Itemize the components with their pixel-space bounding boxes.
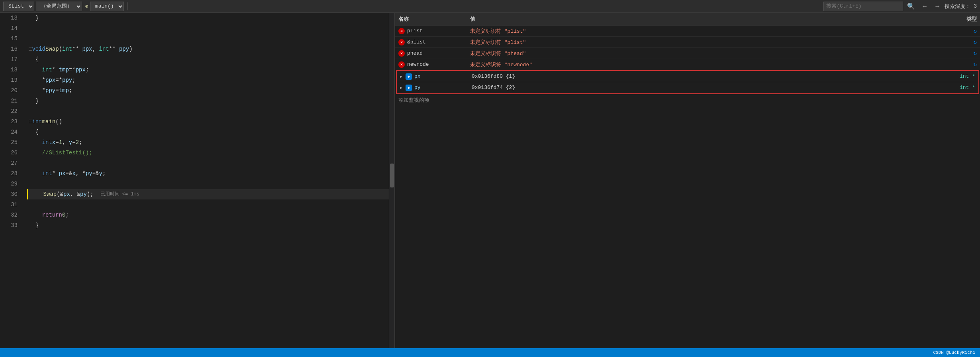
code-panel: 1314151617181920212223242526272829303132… xyxy=(0,13,394,348)
refresh-icon[interactable]: ↻ xyxy=(974,28,977,34)
watch-name-cell: ▶◆px xyxy=(400,73,472,80)
line-number: 33 xyxy=(0,220,18,231)
watch-name-text: plist xyxy=(407,28,423,34)
nav-forward-button[interactable]: → xyxy=(932,2,943,11)
function-icon: ⊕ xyxy=(85,3,88,10)
watch-name-cell: ✕&plist xyxy=(398,39,470,45)
watch-row[interactable]: ✕newnode未定义标识符 "newnode"↻ xyxy=(395,59,980,70)
line-number: 22 xyxy=(0,106,18,116)
code-line: int x = 1, y = 2; xyxy=(27,137,389,148)
watch-name-cell: ✕plist xyxy=(398,28,470,34)
error-icon: ✕ xyxy=(398,61,405,68)
watch-row[interactable]: ✕&plist未定义标识符 "plist"↻ xyxy=(395,37,980,48)
code-line: int* px = &x, *py = &y; xyxy=(27,168,389,179)
add-watch-row[interactable]: 添加监视的项 xyxy=(395,94,980,106)
line-number: 30 xyxy=(0,189,18,199)
line-number: 19 xyxy=(0,75,18,85)
pointer-icon: ◆ xyxy=(406,73,412,80)
code-line xyxy=(27,158,389,168)
watch-highlight-group: ▶◆px0x0136fd80 {1}int *▶◆py0x0136fd74 {2… xyxy=(396,70,979,94)
watch-panel: 名称 值 类型 ✕plist未定义标识符 "plist"↻✕&plist未定义标… xyxy=(394,13,980,348)
watch-rows: ✕plist未定义标识符 "plist"↻✕&plist未定义标识符 "plis… xyxy=(395,26,980,348)
line-numbers: 1314151617181920212223242526272829303132… xyxy=(0,13,21,348)
watch-row[interactable]: ✕plist未定义标识符 "plist"↻ xyxy=(395,26,980,37)
line-number: 29 xyxy=(0,179,18,189)
refresh-icon[interactable]: ↻ xyxy=(974,61,977,68)
line-number: 24 xyxy=(0,127,18,137)
watch-header: 名称 值 类型 xyxy=(395,13,980,26)
watch-name-cell: ▶◆py xyxy=(400,85,472,91)
watch-value-cell: 未定义标识符 "plist" xyxy=(470,28,940,35)
watch-value-cell: 0x0136fd80 {1} xyxy=(472,73,943,79)
line-number: 27 xyxy=(0,158,18,168)
line-number: 25 xyxy=(0,137,18,148)
watch-name-cell: ✕newnode xyxy=(398,61,470,68)
watch-row[interactable]: ▶◆py0x0136fd74 {2}int * xyxy=(397,82,978,93)
bottom-bar-text: CSDN @LuckyRich1 xyxy=(933,350,975,355)
watch-col-name-header: 名称 xyxy=(398,16,470,23)
main-content: 1314151617181920212223242526272829303132… xyxy=(0,13,980,348)
search-box[interactable] xyxy=(823,2,903,11)
watch-name-text: phead xyxy=(407,50,423,56)
watch-name-text: py xyxy=(414,85,421,91)
line-number: 16 xyxy=(0,44,18,54)
code-line: } xyxy=(27,13,389,23)
watch-value-cell: 0x0136fd74 {2} xyxy=(472,85,943,91)
line-number: 17 xyxy=(0,54,18,65)
watch-name-text: &plist xyxy=(407,39,426,45)
scope-dropdown-2[interactable]: （全局范围） xyxy=(36,2,82,11)
watch-name-cell: ✕phead xyxy=(398,50,470,57)
code-area: 1314151617181920212223242526272829303132… xyxy=(0,13,394,348)
divider-1 xyxy=(127,2,127,10)
error-icon: ✕ xyxy=(398,39,405,45)
scrollbar[interactable] xyxy=(389,13,394,348)
code-line: { xyxy=(27,127,389,137)
nav-back-button[interactable]: ← xyxy=(919,2,930,11)
code-line xyxy=(27,179,389,189)
line-number: 14 xyxy=(0,23,18,34)
watch-value-cell: 未定义标识符 "phead" xyxy=(470,50,940,57)
search-input[interactable] xyxy=(826,3,890,9)
watch-value-cell: 未定义标识符 "newnode" xyxy=(470,61,940,68)
scope-dropdown-1[interactable]: SList xyxy=(3,2,34,11)
watch-col-type-header: 类型 xyxy=(945,16,977,23)
fold-gutter xyxy=(21,13,27,348)
scope-dropdown-3[interactable]: main() xyxy=(90,2,124,11)
code-line: } xyxy=(27,220,389,231)
line-number: 26 xyxy=(0,148,18,158)
code-line: □void Swap(int** ppx, int** ppy) xyxy=(27,44,389,54)
code-line: *ppx = *ppy; xyxy=(27,75,389,85)
pointer-icon: ◆ xyxy=(406,85,412,91)
line-number: 18 xyxy=(0,65,18,75)
line-number: 23 xyxy=(0,116,18,127)
refresh-icon[interactable]: ↻ xyxy=(974,50,977,57)
code-line xyxy=(27,23,389,34)
watch-name-text: px xyxy=(414,73,421,79)
refresh-icon[interactable]: ↻ xyxy=(974,39,977,45)
watch-value-cell: 未定义标识符 "plist" xyxy=(470,39,940,46)
watch-row[interactable]: ▶◆px0x0136fd80 {1}int * xyxy=(397,71,978,82)
bottom-bar: CSDN @LuckyRich1 xyxy=(0,348,980,357)
code-line: *ppy = tmp; xyxy=(27,85,389,96)
code-lines: }□void Swap(int** ppx, int** ppy) { int*… xyxy=(27,13,389,348)
code-line xyxy=(27,106,389,116)
top-bar-left: SList （全局范围） ⊕ main() 🔍 ← → 搜索深度： 3 xyxy=(0,2,980,11)
depth-value: 3 xyxy=(974,3,977,9)
line-number: 13 xyxy=(0,13,18,23)
watch-type-cell: int * xyxy=(943,85,975,91)
code-line: □int main() xyxy=(27,116,389,127)
line-number: 31 xyxy=(0,199,18,210)
top-bar: SList （全局范围） ⊕ main() 🔍 ← → 搜索深度： 3 xyxy=(0,0,980,13)
watch-row[interactable]: ✕phead未定义标识符 "phead"↻ xyxy=(395,48,980,59)
search-options-button[interactable]: 🔍 xyxy=(905,2,917,11)
line-number: 32 xyxy=(0,210,18,220)
expand-arrow-icon[interactable]: ▶ xyxy=(400,85,402,90)
code-line: Swap(&px, &py); 已用时间 <= 1ms xyxy=(27,189,389,199)
watch-type-cell: int * xyxy=(943,73,975,79)
depth-label: 搜索深度： xyxy=(945,3,970,10)
code-line xyxy=(27,199,389,210)
expand-arrow-icon[interactable]: ▶ xyxy=(400,74,402,79)
code-line: } xyxy=(27,96,389,106)
error-icon: ✕ xyxy=(398,50,405,57)
scrollbar-thumb[interactable] xyxy=(390,164,394,187)
